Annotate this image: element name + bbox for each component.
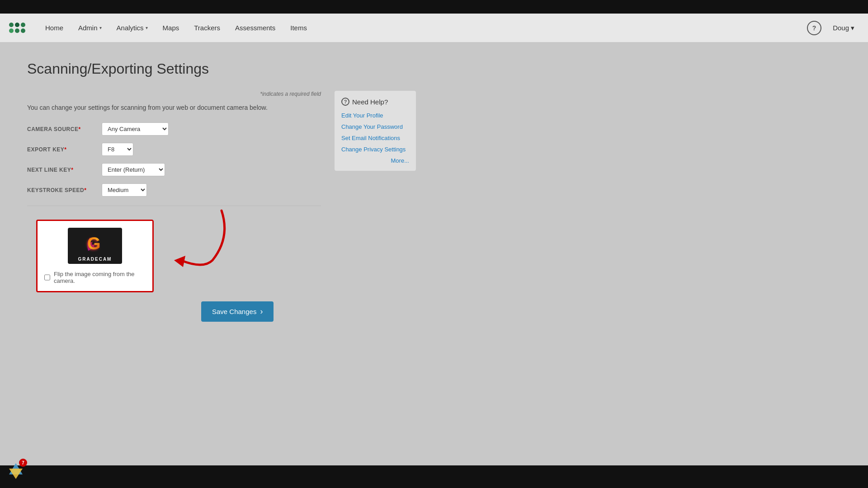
nav-admin[interactable]: Admin ▾ — [72, 20, 108, 35]
flip-image-checkbox[interactable] — [44, 274, 50, 281]
gradecam-text: GRADECAM — [78, 257, 112, 262]
nav-analytics[interactable]: Analytics ▾ — [110, 20, 154, 35]
camera-preview-box: G GRADECAM Flip the image coming from th… — [36, 220, 154, 292]
main-content: Scanning/Exporting Settings *indicates a… — [0, 42, 868, 465]
keystroke-speed-label: KEYSTROKE SPEED* — [27, 187, 95, 193]
help-link-edit-profile[interactable]: Edit Your Profile — [341, 112, 409, 119]
form-description: You can change your settings for scannin… — [27, 104, 321, 111]
svg-marker-1 — [174, 256, 185, 267]
gradecam-letter: G — [84, 230, 106, 256]
gradecam-logo: G GRADECAM — [68, 228, 122, 264]
save-label: Save Changes — [212, 308, 256, 315]
user-name-label: Doug — [833, 24, 849, 32]
nav-assessments[interactable]: Assessments — [229, 20, 282, 35]
nav-maps[interactable]: Maps — [156, 20, 186, 35]
nav-items: Home Admin ▾ Analytics ▾ Maps Trackers A… — [39, 20, 807, 35]
help-circle-icon: ? — [341, 98, 349, 106]
camera-source-select[interactable]: Any Camera Web Camera Document Camera — [102, 122, 169, 136]
user-menu-button[interactable]: Doug ▾ — [828, 21, 859, 35]
top-bar — [0, 0, 868, 14]
form-divider — [27, 206, 321, 206]
next-line-key-select[interactable]: Enter (Return) Tab Space — [102, 163, 165, 176]
analytics-chevron-icon: ▾ — [146, 25, 148, 30]
flip-image-row: Flip the image coming from the camera. — [44, 271, 146, 284]
save-changes-button[interactable]: Save Changes › — [201, 301, 274, 322]
next-line-key-row: NEXT LINE KEY* Enter (Return) Tab Space — [27, 163, 321, 176]
help-panel-title: ? Need Help? — [341, 98, 409, 106]
required-note: *indicates a required field — [27, 91, 321, 97]
bottom-bar — [0, 465, 868, 488]
content-area: *indicates a required field You can chan… — [27, 91, 841, 322]
help-panel: ? Need Help? Edit Your Profile Change Yo… — [335, 91, 416, 171]
export-key-row: EXPORT KEY* F8 F5 F7 Tab — [27, 143, 321, 156]
keystroke-speed-select[interactable]: Medium Slow Fast — [102, 183, 147, 197]
form-section: *indicates a required field You can chan… — [27, 91, 321, 322]
navbar: Home Admin ▾ Analytics ▾ Maps Trackers A… — [0, 14, 868, 42]
help-link-change-password[interactable]: Change Your Password — [341, 123, 409, 130]
app-logo[interactable] — [9, 23, 25, 33]
camera-source-label: CAMERA SOURCE* — [27, 126, 95, 132]
gradecam-g-svg: G — [84, 230, 106, 253]
save-button-container: Save Changes › — [102, 301, 321, 322]
camera-source-row: CAMERA SOURCE* Any Camera Web Camera Doc… — [27, 122, 321, 136]
next-line-key-label: NEXT LINE KEY* — [27, 167, 95, 173]
page-title: Scanning/Exporting Settings — [27, 61, 841, 77]
nav-right: ? Doug ▾ — [807, 21, 859, 35]
taskbar-app-icon[interactable]: 7 — [7, 461, 29, 483]
nav-items[interactable]: Items — [284, 20, 313, 35]
svg-text:G: G — [87, 234, 101, 253]
nav-home[interactable]: Home — [39, 20, 70, 35]
export-key-label: EXPORT KEY* — [27, 146, 95, 153]
save-arrow-icon: › — [260, 307, 263, 316]
admin-chevron-icon: ▾ — [99, 25, 102, 30]
export-key-select[interactable]: F8 F5 F7 Tab — [102, 143, 133, 156]
help-button[interactable]: ? — [807, 21, 821, 35]
help-link-email-notifications[interactable]: Set Email Notifications — [341, 135, 409, 141]
notification-badge: 7 — [19, 459, 27, 467]
user-chevron-icon: ▾ — [851, 24, 854, 32]
flip-image-label: Flip the image coming from the camera. — [54, 271, 146, 284]
help-more-link[interactable]: More... — [341, 157, 409, 164]
nav-trackers[interactable]: Trackers — [188, 20, 226, 35]
keystroke-speed-row: KEYSTROKE SPEED* Medium Slow Fast — [27, 183, 321, 197]
camera-preview-wrapper: G GRADECAM Flip the image coming from th… — [27, 215, 154, 292]
help-link-privacy-settings[interactable]: Change Privacy Settings — [341, 146, 409, 153]
